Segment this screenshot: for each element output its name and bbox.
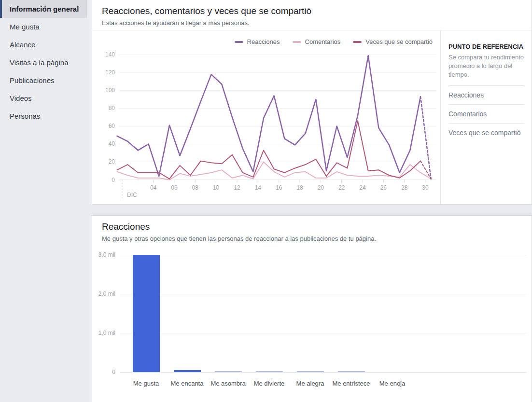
- x-axis-label: 04: [150, 184, 157, 191]
- x-axis-label: 20: [318, 184, 324, 191]
- overview-card-title: Reacciones, comentarios y veces que se c…: [102, 5, 522, 16]
- x-axis-label: 12: [234, 184, 240, 191]
- y-axis-label: 60: [109, 123, 115, 129]
- x-axis-label: 28: [401, 184, 408, 191]
- x-axis-label: 16: [276, 184, 282, 191]
- x-axis-label: 26: [380, 184, 387, 191]
- benchmark-item[interactable]: Veces que se compartió: [448, 123, 525, 142]
- line-chart-section: 0204060801001201400406081012141618202224…: [92, 30, 532, 204]
- bar-category-label: Me gusta: [126, 380, 167, 387]
- bar-slot: [249, 371, 290, 372]
- legend-swatch-icon: [235, 41, 243, 43]
- line-series-2: [117, 162, 431, 180]
- reactions-card-title: Reacciones: [102, 221, 522, 232]
- overview-card: Reacciones, comentarios y veces que se c…: [92, 0, 532, 205]
- x-axis-label: 24: [359, 184, 366, 191]
- y-axis-label: 40: [109, 140, 115, 147]
- line-chart-canvas: 0204060801001201400406081012141618202224…: [92, 30, 441, 205]
- bar-me-encanta: [174, 370, 201, 372]
- sidebar-item-alcance[interactable]: Alcance: [0, 36, 87, 54]
- benchmark-list: ReaccionesComentariosVeces que se compar…: [448, 85, 525, 142]
- legend-swatch-icon: [353, 41, 362, 43]
- x-axis-label: 18: [296, 184, 303, 191]
- sidebar-item-me-gusta[interactable]: Me gusta: [0, 18, 87, 36]
- y-axis-label: 100: [105, 87, 115, 94]
- legend-item[interactable]: Veces que se compartió: [353, 38, 433, 45]
- y-axis-label: 0: [112, 177, 115, 183]
- chart-legend: ReaccionesComentariosVeces que se compar…: [235, 38, 433, 45]
- bar-slot: [331, 371, 372, 372]
- x-axis-label: 06: [171, 184, 178, 191]
- y-axis-label: 20: [109, 158, 115, 165]
- bars-row: [126, 255, 413, 372]
- bar-category-label: Me encanta: [167, 380, 208, 387]
- sidebar-item-videos[interactable]: Videos: [0, 89, 87, 107]
- bar-category-label: Me enoja: [372, 380, 413, 387]
- legend-label: Reacciones: [247, 38, 280, 45]
- benchmark-heading: PUNTO DE REFERENCIA: [448, 43, 525, 50]
- legend-label: Veces que se compartió: [365, 38, 433, 45]
- bar-slot: [126, 255, 167, 372]
- legend-item[interactable]: Reacciones: [235, 38, 280, 45]
- overview-card-header: Reacciones, comentarios y veces que se c…: [92, 0, 532, 27]
- benchmark-description: Se compara tu rendimiento promedio a lo …: [448, 53, 525, 80]
- legend-swatch-icon: [293, 41, 301, 43]
- bar-slot: [208, 371, 249, 372]
- x-axis-label: 14: [255, 184, 262, 191]
- x-axis-label: 10: [213, 184, 220, 191]
- sidebar-item-personas[interactable]: Personas: [0, 107, 87, 125]
- benchmark-item[interactable]: Comentarios: [448, 104, 525, 123]
- insights-page: Información generalMe gustaAlcanceVisita…: [0, 0, 532, 402]
- x-axis-label: 30: [422, 184, 429, 191]
- gridline: [120, 372, 527, 373]
- bar-me-gusta: [133, 255, 160, 372]
- benchmark-panel: PUNTO DE REFERENCIA Se compara tu rendim…: [440, 30, 532, 205]
- bar-slot: [290, 371, 331, 372]
- sidebar-item-publicaciones[interactable]: Publicaciones: [0, 71, 87, 89]
- legend-label: Comentarios: [305, 38, 341, 45]
- benchmark-item[interactable]: Reacciones: [448, 85, 525, 104]
- reactions-card-subtitle: Me gusta y otras opciones que tienen las…: [102, 235, 522, 242]
- sidebar-item-visitas-a-la-pagina[interactable]: Visitas a la página: [0, 54, 87, 71]
- x-axis-label: 08: [192, 184, 199, 191]
- bar-me-asombra: [215, 371, 242, 372]
- bar-me-entristece: [338, 371, 365, 372]
- line-series-3: [117, 121, 420, 179]
- overview-card-subtitle: Estas acciones te ayudarán a llegar a má…: [102, 19, 522, 27]
- bar-category-label: Me entristece: [331, 380, 372, 387]
- bar-category-label: Me divierte: [249, 380, 290, 387]
- line-series-1-projected: [420, 97, 431, 179]
- y-axis-label: 2,0 mil: [92, 291, 115, 297]
- bar-category-labels: Me gustaMe encantaMe asombraMe divierteM…: [126, 380, 413, 387]
- bar-chart: 01,0 mil2,0 mil3,0 milMe gustaMe encanta…: [92, 255, 532, 372]
- y-axis-label: 80: [109, 105, 115, 111]
- month-label: DIC: [127, 192, 137, 198]
- y-axis-label: 140: [105, 51, 115, 58]
- line-chart: 0204060801001201400406081012141618202224…: [92, 30, 441, 205]
- bar-slot: [167, 370, 208, 372]
- sidebar-item-informacion-general[interactable]: Información general: [0, 0, 87, 18]
- y-axis-label: 3,0 mil: [92, 251, 115, 258]
- bar-category-label: Me alegra: [290, 380, 331, 387]
- x-axis-label: 22: [338, 184, 345, 191]
- bar-me-alegra: [297, 371, 324, 372]
- y-axis-label: 0: [92, 369, 115, 375]
- bar-category-label: Me asombra: [208, 380, 249, 387]
- line-series-1: [117, 55, 420, 176]
- reactions-card-header: Reacciones Me gusta y otras opciones que…: [92, 216, 532, 242]
- y-axis-label: 120: [105, 69, 115, 76]
- y-axis-label: 1,0 mil: [92, 330, 115, 336]
- legend-item[interactable]: Comentarios: [293, 38, 341, 45]
- reactions-card: Reacciones Me gusta y otras opciones que…: [92, 215, 532, 402]
- bar-me-divierte: [256, 371, 283, 372]
- sidebar-nav: Información generalMe gustaAlcanceVisita…: [0, 0, 91, 402]
